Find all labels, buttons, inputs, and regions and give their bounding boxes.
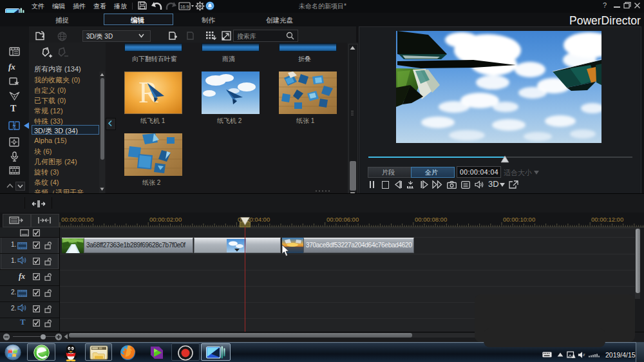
- svg-text://: //: [583, 352, 585, 357]
- svg-text:16:9: 16:9: [180, 5, 189, 9]
